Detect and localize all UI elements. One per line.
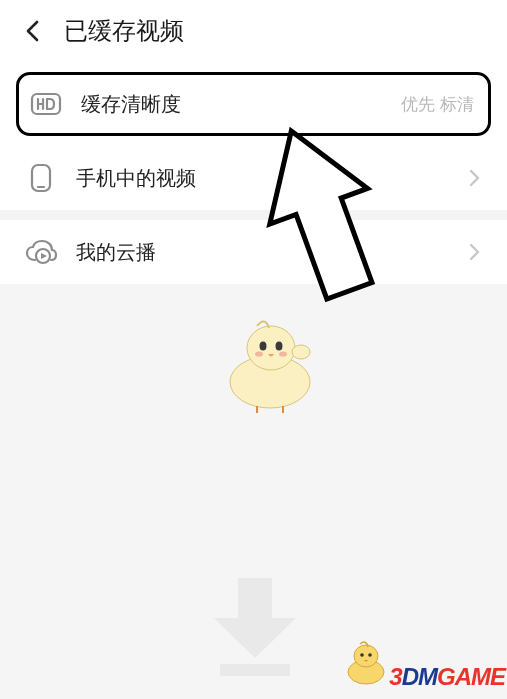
chevron-right-icon <box>465 242 485 262</box>
row-label: 手机中的视频 <box>76 165 465 192</box>
cloud-play-icon <box>24 235 58 269</box>
row-label: 我的云播 <box>76 239 465 266</box>
hd-icon <box>29 87 63 121</box>
row-cache-quality[interactable]: 缓存清晰度 优先 标清 <box>16 72 491 136</box>
phone-icon <box>24 161 58 195</box>
row-phone-videos[interactable]: 手机中的视频 <box>0 146 507 210</box>
back-icon <box>22 20 44 42</box>
row-value: 优先 标清 <box>401 93 474 116</box>
back-button[interactable] <box>8 6 58 56</box>
page-title: 已缓存视频 <box>64 15 184 47</box>
chevron-right-icon <box>465 168 485 188</box>
section-divider <box>0 210 507 220</box>
row-label: 缓存清晰度 <box>81 91 401 118</box>
header-bar: 已缓存视频 <box>0 0 507 62</box>
empty-state-area <box>0 284 507 699</box>
row-cloud-play[interactable]: 我的云播 <box>0 220 507 284</box>
